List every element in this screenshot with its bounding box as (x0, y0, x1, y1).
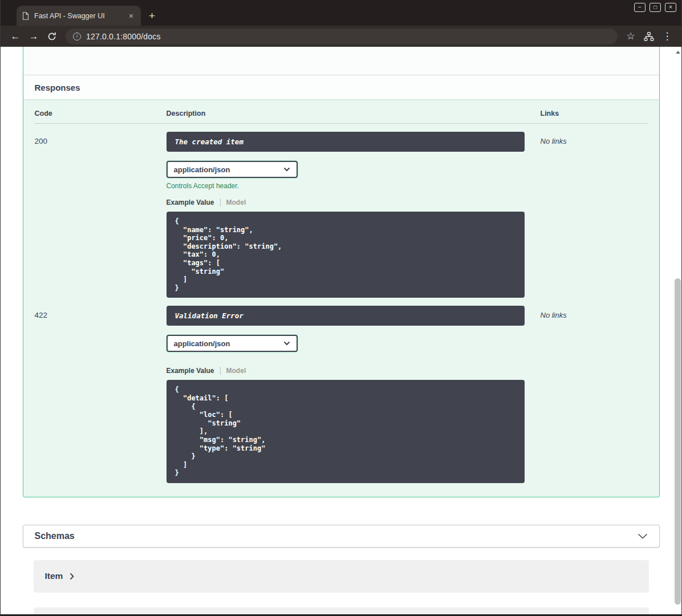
tab-example-value[interactable]: Example Value (167, 367, 214, 375)
browser-titlebar: Fast API - Swagger UI × + − □ × (1, 0, 681, 26)
toolbar-extension-icon[interactable] (639, 32, 659, 41)
schemas-section-header[interactable]: Schemas (23, 525, 660, 548)
scrollbar-thumb[interactable] (675, 278, 681, 605)
response-description-cell: Validation Error application/json Exampl… (167, 306, 541, 483)
responses-title: Responses (35, 83, 80, 92)
media-type-value: application/json (174, 339, 230, 348)
response-description-cell: The created item application/json Contro… (167, 132, 541, 298)
schemas-models: Item ValidationError (23, 560, 660, 614)
site-info-icon[interactable]: i (73, 33, 81, 40)
responses-table: Code Description Links 200 The created i… (23, 99, 659, 497)
tab-close-icon[interactable]: × (127, 11, 135, 21)
example-code-block: { "detail": [ { "loc": [ "string" ], "ms… (167, 380, 525, 483)
example-code-block: { "name": "string", "price": 0, "descrip… (167, 212, 525, 298)
model-name: Item (45, 571, 63, 581)
column-header-code: Code (35, 110, 167, 117)
opblock-top-spacer (23, 47, 659, 75)
chevron-right-icon (70, 573, 74, 580)
responses-table-head: Code Description Links (35, 110, 648, 124)
tab-title: Fast API - Swagger UI (34, 12, 122, 20)
media-type-select[interactable]: application/json (167, 335, 298, 352)
address-bar[interactable]: i 127.0.0.1:8000/docs (66, 29, 618, 44)
column-header-links: Links (541, 110, 648, 117)
tab-model[interactable]: Model (226, 198, 246, 206)
controls-accept-note: Controls Accept header. (167, 182, 525, 190)
model-validationerror[interactable]: ValidationError (34, 607, 649, 614)
close-button[interactable]: × (665, 3, 676, 12)
new-tab-button[interactable]: + (149, 10, 155, 21)
browser-tab[interactable]: Fast API - Swagger UI × (17, 6, 141, 26)
minimize-button[interactable]: − (634, 3, 646, 12)
response-links: No links (541, 132, 648, 298)
response-links: No links (541, 306, 648, 483)
reload-icon[interactable] (43, 32, 61, 41)
bookmark-star-icon[interactable]: ☆ (622, 30, 639, 42)
model-item[interactable]: Item (34, 560, 649, 593)
response-description: The created item (167, 132, 525, 152)
media-type-value: application/json (174, 165, 230, 174)
media-type-select[interactable]: application/json (167, 161, 298, 178)
chevron-down-icon (638, 533, 648, 539)
tab-separator (220, 367, 221, 375)
swagger-content: Responses Code Description Links 200 The… (23, 47, 660, 614)
url-text: 127.0.0.1:8000/docs (86, 32, 161, 41)
tab-example-value[interactable]: Example Value (167, 198, 214, 206)
example-model-tabs: Example Value Model (167, 367, 525, 375)
scroll-up-icon[interactable] (673, 48, 681, 56)
tab-model[interactable]: Model (226, 367, 246, 375)
browser-menu-icon[interactable]: ⋮ (659, 30, 676, 42)
page-viewport: Responses Code Description Links 200 The… (1, 47, 681, 614)
response-description: Validation Error (167, 306, 525, 326)
window-controls: − □ × (634, 3, 676, 12)
page-favicon-icon (22, 12, 29, 20)
tab-separator (220, 198, 221, 206)
browser-toolbar: ← → i 127.0.0.1:8000/docs ☆ ⋮ (1, 26, 681, 47)
responses-opblock: Responses Code Description Links 200 The… (23, 47, 660, 497)
back-icon[interactable]: ← (6, 31, 25, 42)
maximize-button[interactable]: □ (649, 3, 661, 12)
response-code: 422 (35, 306, 167, 483)
schemas-title: Schemas (35, 531, 75, 541)
response-row-200: 200 The created item application/json Co… (35, 124, 648, 298)
column-header-description: Description (167, 110, 541, 117)
chevron-down-icon (283, 167, 290, 172)
example-model-tabs: Example Value Model (167, 198, 525, 206)
chevron-down-icon (283, 341, 290, 346)
browser-window: Fast API - Swagger UI × + − □ × ← → i 12… (0, 0, 682, 616)
response-code: 200 (35, 132, 167, 298)
forward-icon[interactable]: → (25, 31, 43, 42)
responses-section-header: Responses (23, 75, 659, 99)
response-row-422: 422 Validation Error application/json Ex… (35, 298, 648, 483)
